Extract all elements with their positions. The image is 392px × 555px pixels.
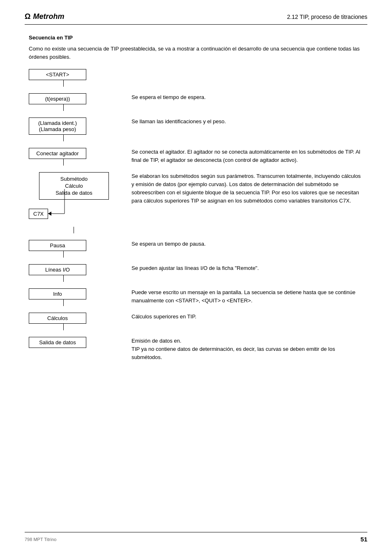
connector-line-7 [63, 275, 64, 282]
flow-row-agitador: Conectar agitador Se conecta el agitador… [29, 148, 363, 166]
page-header: Ω Metrohm 2.12 TIP, proceso de titracion… [25, 12, 367, 25]
flow-left-tespera: (t(espera)) [29, 93, 119, 111]
flow-desc-llamada: Se llaman las identificaciones y el peso… [131, 117, 363, 126]
flow-desc-calculos: Cálculos superiores en TIP. [131, 313, 363, 321]
connector-line-2 [63, 104, 64, 111]
llamada-line2: (Llamada peso) [39, 126, 76, 132]
agitador-box: Conectar agitador [29, 148, 86, 159]
pausa-box: Pausa [29, 240, 86, 251]
flow-row-tespera: (t(espera)) Se espera el tiempo de esper… [29, 93, 363, 111]
logo-symbol: Ω [25, 12, 30, 21]
submetodo-box: Submétodo Cálculo Salida de datos [39, 172, 109, 200]
info-box: Info [29, 288, 86, 299]
flow-desc-pausa: Se espera un tiempo de pausa. [131, 240, 363, 248]
page-footer: 798 MPT Titrino 51 [25, 532, 367, 543]
calculos-box: Cálculos [29, 313, 86, 324]
connector-line-9 [63, 324, 64, 330]
intro-text: Como no existe una secuencia de TIP pree… [29, 45, 363, 61]
flow-row-info: Info Puede verse escrito un mensaje en l… [29, 288, 363, 306]
flow-left-agitador: Conectar agitador [29, 148, 119, 166]
page: Ω Metrohm 2.12 TIP, proceso de titracion… [0, 0, 392, 555]
connector-line-5 [74, 227, 74, 233]
tespera-box: (t(espera)) [29, 93, 86, 104]
llamada-line1: (Llamada ident.) [38, 120, 77, 126]
flow-row-salida: Salida de datos Emisión de datos en. TIP… [29, 337, 363, 362]
c7x-arrow-svg [48, 201, 73, 226]
flow-left-start: <START> [29, 69, 119, 87]
logo-text: Metrohm [33, 12, 64, 21]
footer-left: 798 MPT Titrino [25, 537, 56, 542]
flow-desc-submetodo: Se elaboran los submétodos según sus par… [131, 172, 363, 205]
submetodo-line1: Submétodo [60, 176, 88, 182]
flow-desc-tespera: Se espera el tiempo de espera. [131, 93, 363, 101]
flow-left-info: Info [29, 288, 119, 306]
salida-desc-line1: Emisión de datos en. [131, 338, 181, 344]
flow-row-calculos: Cálculos Cálculos superiores en TIP. [29, 313, 363, 330]
flow-row-start: <START> [29, 69, 363, 87]
connector-line-4 [63, 159, 64, 166]
submetodo-line2: Cálculo [65, 183, 83, 189]
flow-row-lineas: Líneas I/O Se pueden ajustar las líneas … [29, 264, 363, 282]
flow-row-llamada: (Llamada ident.) (Llamada peso) Se llama… [29, 117, 363, 141]
connector-line-6 [63, 251, 64, 258]
salida-desc-line2: TIP ya no contiene datos de determinació… [131, 346, 335, 360]
page-number: 51 [360, 536, 367, 543]
flow-desc-salida: Emisión de datos en. TIP ya no contiene … [131, 337, 363, 362]
submetodo-line3: Salida de datos [55, 190, 92, 196]
flow-desc-info: Puede verse escrito un mensaje en la pan… [131, 288, 363, 305]
flow-left-llamada: (Llamada ident.) (Llamada peso) [29, 117, 119, 141]
flow-left-submetodo: Submétodo Cálculo Salida de datos C7X [29, 172, 119, 233]
c7x-box: C7X [29, 209, 48, 219]
logo: Ω Metrohm [25, 12, 64, 21]
header-title: 2.12 TIP, proceso de titraciones [287, 14, 367, 20]
flow-left-lineas: Líneas I/O [29, 264, 119, 282]
flow-desc-agitador: Se conecta el agitador. El agitador no s… [131, 148, 363, 164]
flow-left-salida: Salida de datos [29, 337, 119, 348]
flow-left-pausa: Pausa [29, 240, 119, 258]
lineas-box: Líneas I/O [29, 264, 86, 275]
llamada-box: (Llamada ident.) (Llamada peso) [29, 117, 86, 135]
flow-left-calculos: Cálculos [29, 313, 119, 330]
flow-desc-lineas: Se pueden ajustar las líneas I/O de la f… [131, 264, 363, 272]
connector-line-8 [63, 299, 64, 306]
connector-line-3 [63, 135, 64, 141]
flow-row-submetodo: Submétodo Cálculo Salida de datos C7X [29, 172, 363, 233]
start-box: <START> [29, 69, 86, 80]
svg-marker-2 [48, 212, 51, 216]
flow-row-pausa: Pausa Se espera un tiempo de pausa. [29, 240, 363, 258]
salida-box: Salida de datos [29, 337, 86, 348]
connector-line [63, 80, 64, 87]
main-content: Secuencia en TIP Como no existe una secu… [25, 35, 367, 362]
section-title: Secuencia en TIP [29, 35, 363, 41]
